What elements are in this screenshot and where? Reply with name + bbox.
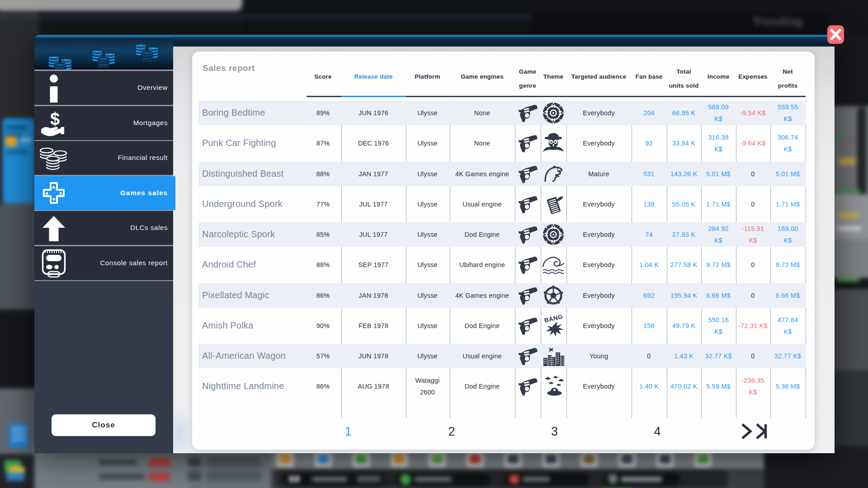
- svg-text:BANG: BANG: [543, 314, 563, 324]
- svg-text:$: $: [50, 109, 60, 128]
